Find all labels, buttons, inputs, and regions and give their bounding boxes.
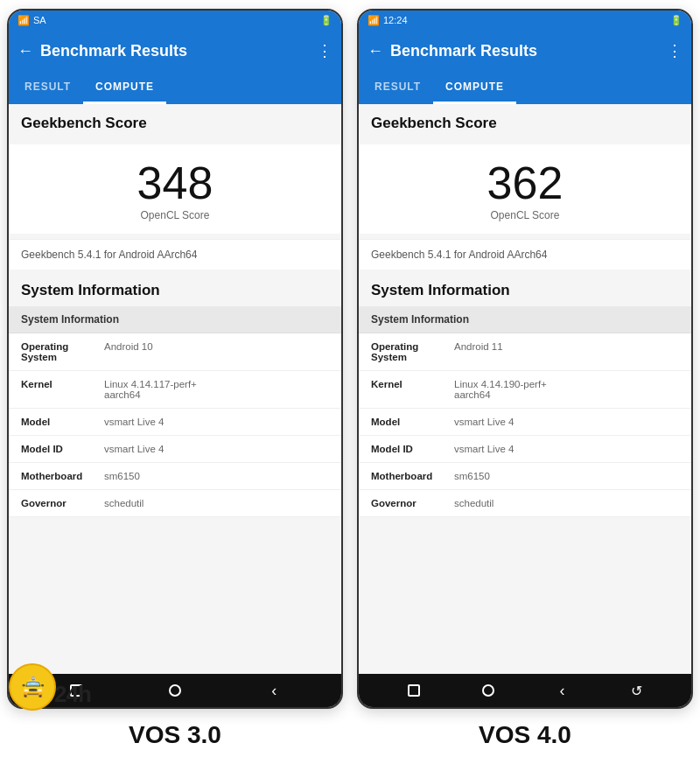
sys-row-val: Android 10 <box>104 341 329 362</box>
gb-version: Geekbench 5.4.1 for Android AArch64 <box>359 239 691 270</box>
table-row: Governor schedutil <box>359 490 691 517</box>
score-card: 362 OpenCL Score <box>359 144 691 234</box>
sys-row-val: schedutil <box>454 498 679 508</box>
wifi-icon: 📶 <box>18 15 30 26</box>
back-button[interactable]: ← <box>18 42 33 60</box>
sys-row-key: Operating System <box>371 341 454 362</box>
content-area: Geekbench Score 362 OpenCL Score Geekben… <box>359 104 691 674</box>
nav-extra-button[interactable]: ↺ <box>624 677 650 704</box>
nav-back-button[interactable]: ‹ <box>261 677 287 704</box>
sys-row-key: Model <box>371 417 454 427</box>
sys-row-key: Operating System <box>21 341 104 362</box>
sys-row-key: Model <box>21 417 104 427</box>
sys-row-val: Linux 4.14.190-perf+aarch64 <box>454 379 679 400</box>
status-left-text: 12:24 <box>383 15 408 25</box>
tabs-bar: RESULTCOMPUTE <box>9 72 341 104</box>
tab-compute[interactable]: COMPUTE <box>433 72 516 104</box>
table-row: Kernel Linux 4.14.190-perf+aarch64 <box>359 371 691 409</box>
sys-table-header: System Information <box>9 306 341 333</box>
sys-row-key: Governor <box>371 498 454 508</box>
sys-info-title: System Information <box>9 270 341 306</box>
app-bar-title: Benchmark Results <box>40 42 310 60</box>
status-left: 📶 12:24 <box>368 15 408 26</box>
table-row: Governor schedutil <box>9 490 341 517</box>
geekbench-section-title: Geekbench Score <box>21 115 329 132</box>
sys-row-val: vsmart Live 4 <box>454 417 679 427</box>
sys-row-key: Model ID <box>371 444 454 454</box>
status-bar: 📶 12:24 🔋 <box>359 11 691 30</box>
sys-row-val: vsmart Live 4 <box>104 444 329 454</box>
table-row: Kernel Linux 4.14.117-perf+aarch64 <box>9 371 341 409</box>
phones-row: 📶 SA 🔋 ← Benchmark Results ⋮ RESULTCOMPU… <box>0 0 700 718</box>
table-row: Motherboard sm6150 <box>359 463 691 490</box>
logo-text: 24h <box>54 681 91 708</box>
status-left: 📶 SA <box>18 15 46 26</box>
sys-table-header: System Information <box>359 306 691 333</box>
geekbench-section-header: Geekbench Score <box>9 104 341 139</box>
sys-row-val: sm6150 <box>454 471 679 481</box>
status-left-text: SA <box>33 15 46 25</box>
table-row: Model ID vsmart Live 4 <box>359 436 691 463</box>
battery-icon: 🔋 <box>670 15 682 26</box>
status-right: 🔋 <box>670 15 682 26</box>
nav-back-button[interactable]: ‹ <box>550 677 576 704</box>
geekbench-section-title: Geekbench Score <box>371 115 679 132</box>
logo-icon: 🚖 <box>9 663 56 711</box>
sys-row-val: Android 11 <box>454 341 679 362</box>
sys-table: System Information Operating System Andr… <box>9 306 341 517</box>
gb-version: Geekbench 5.4.1 for Android AArch64 <box>9 239 341 270</box>
sys-row-key: Kernel <box>371 379 454 400</box>
labels-row: VOS 3.0VOS 4.0 <box>0 718 700 756</box>
table-row: Operating System Android 10 <box>9 333 341 371</box>
menu-button[interactable]: ⋮ <box>667 41 682 60</box>
tab-result[interactable]: RESULT <box>12 72 83 104</box>
score-number: 348 <box>137 160 214 206</box>
score-label: OpenCL Score <box>141 209 210 221</box>
sys-row-val: sm6150 <box>104 471 329 481</box>
sys-row-key: Kernel <box>21 379 104 400</box>
score-card: 348 OpenCL Score <box>9 144 341 234</box>
sys-row-key: Motherboard <box>21 471 104 481</box>
menu-button[interactable]: ⋮ <box>317 41 332 60</box>
phone-label-left: VOS 3.0 <box>0 718 350 756</box>
nav-recents-button[interactable] <box>401 677 427 704</box>
app-bar: ← Benchmark Results ⋮ <box>9 30 341 72</box>
sys-row-key: Model ID <box>21 444 104 454</box>
table-row: Model vsmart Live 4 <box>359 409 691 436</box>
score-number: 362 <box>487 160 564 206</box>
tab-result[interactable]: RESULT <box>362 72 433 104</box>
sys-info-title: System Information <box>359 270 691 306</box>
nav-home-button[interactable] <box>475 677 501 704</box>
tab-compute[interactable]: COMPUTE <box>83 72 166 104</box>
score-label: OpenCL Score <box>491 209 560 221</box>
content-area: Geekbench Score 348 OpenCL Score Geekben… <box>9 104 341 674</box>
table-row: Model ID vsmart Live 4 <box>9 436 341 463</box>
sys-row-val: vsmart Live 4 <box>104 417 329 427</box>
phone-right: 📶 12:24 🔋 ← Benchmark Results ⋮ RESULTCO… <box>357 9 693 709</box>
nav-home-button[interactable] <box>162 677 188 704</box>
wifi-icon: 📶 <box>368 15 380 26</box>
battery-icon: 🔋 <box>320 15 332 26</box>
sys-row-key: Governor <box>21 498 104 508</box>
back-button[interactable]: ← <box>368 42 383 60</box>
sys-table: System Information Operating System Andr… <box>359 306 691 517</box>
phone-label-right: VOS 4.0 <box>350 718 700 756</box>
nav-bar: ‹ ↺ <box>359 674 691 707</box>
status-bar: 📶 SA 🔋 <box>9 11 341 30</box>
sys-row-key: Motherboard <box>371 471 454 481</box>
table-row: Model vsmart Live 4 <box>9 409 341 436</box>
sys-row-val: vsmart Live 4 <box>454 444 679 454</box>
table-row: Motherboard sm6150 <box>9 463 341 490</box>
sys-row-val: schedutil <box>104 498 329 508</box>
tabs-bar: RESULTCOMPUTE <box>359 72 691 104</box>
table-row: Operating System Android 11 <box>359 333 691 371</box>
sys-row-val: Linux 4.14.117-perf+aarch64 <box>104 379 329 400</box>
main-wrapper: 📶 SA 🔋 ← Benchmark Results ⋮ RESULTCOMPU… <box>0 0 700 756</box>
app-bar-title: Benchmark Results <box>390 42 660 60</box>
status-right: 🔋 <box>320 15 332 26</box>
geekbench-section-header: Geekbench Score <box>359 104 691 139</box>
phone-left: 📶 SA 🔋 ← Benchmark Results ⋮ RESULTCOMPU… <box>7 9 343 709</box>
app-bar: ← Benchmark Results ⋮ <box>359 30 691 72</box>
